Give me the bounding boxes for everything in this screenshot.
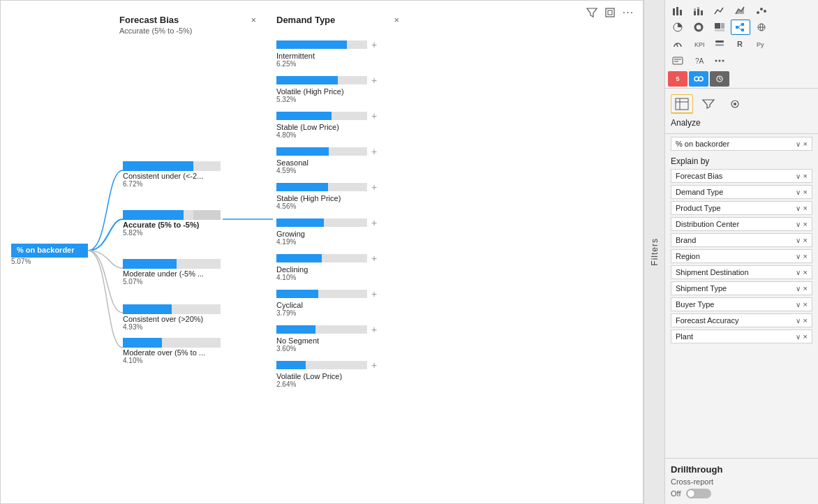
- svg-rect-11: [701, 10, 703, 15]
- toggle-switch[interactable]: [686, 489, 711, 498]
- branch-label-0: Consistent under (<-2...: [123, 172, 221, 180]
- toggle-off-label: Off: [671, 489, 681, 498]
- forecast-bias-close[interactable]: ×: [248, 15, 259, 25]
- icon-decomp-tree[interactable]: [731, 20, 750, 35]
- icon-globe[interactable]: [752, 20, 771, 35]
- branch-node-1[interactable]: Accurate (5% to -5%) 5.82%: [123, 210, 221, 237]
- icon-py-visual[interactable]: Py: [752, 36, 771, 52]
- explain-item-1[interactable]: Demand Type ∨ ×: [671, 185, 812, 199]
- icon-area-chart[interactable]: [731, 3, 750, 18]
- demand-value-8: 3.60%: [276, 345, 409, 353]
- explain-item-2[interactable]: Product Type ∨ ×: [671, 201, 812, 215]
- icon-bar-chart[interactable]: [668, 3, 687, 18]
- demand-scroll[interactable]: + Intermittent 6.25% + Volatile (High Pr…: [276, 39, 409, 486]
- icon-slicer[interactable]: [710, 36, 729, 52]
- demand-plus-1[interactable]: +: [371, 75, 377, 86]
- demand-plus-7[interactable]: +: [371, 288, 377, 299]
- icon-pie-chart[interactable]: [668, 20, 687, 35]
- demand-item-8[interactable]: + No Segment 3.60%: [276, 324, 409, 353]
- svg-rect-6: [680, 10, 682, 15]
- explain-chevron-0: ∨: [796, 172, 801, 180]
- explain-item-10[interactable]: Plant ∨ ×: [671, 329, 812, 343]
- svg-rect-32: [715, 44, 724, 46]
- explain-x-0[interactable]: ×: [803, 172, 808, 180]
- explain-item-4[interactable]: Brand ∨ ×: [671, 233, 812, 247]
- explain-x-10[interactable]: ×: [803, 332, 808, 341]
- icon-line-chart[interactable]: [710, 3, 729, 18]
- demand-plus-9[interactable]: +: [371, 360, 377, 371]
- demand-item-7[interactable]: + Cyclical 3.79%: [276, 288, 409, 317]
- icon-kpi[interactable]: KPI: [689, 36, 708, 52]
- explain-x-3[interactable]: ×: [803, 220, 808, 228]
- demand-item-5[interactable]: + Growing 4.19%: [276, 217, 409, 246]
- demand-label-1: Volatile (High Price): [276, 87, 409, 96]
- more-icon[interactable]: ···: [622, 6, 634, 19]
- analyze-dropdown-text: % on backorder: [676, 140, 796, 148]
- analyze-table-icon[interactable]: [671, 94, 693, 114]
- demand-plus-5[interactable]: +: [371, 217, 377, 228]
- analyze-dropdown-clear[interactable]: ×: [803, 140, 808, 148]
- icon-synoptic[interactable]: [689, 71, 708, 87]
- explain-x-5[interactable]: ×: [803, 252, 808, 260]
- demand-item-0[interactable]: + Intermittent 6.25%: [276, 39, 409, 68]
- icon-gauge[interactable]: [668, 36, 687, 52]
- icon-smart-narrative[interactable]: [668, 53, 687, 68]
- icon-r-visual[interactable]: R: [731, 36, 750, 52]
- demand-label-4: Stable (High Price): [276, 194, 409, 202]
- frame-icon[interactable]: [604, 6, 616, 19]
- branch-node-2[interactable]: Moderate under (-5% ... 5.07%: [123, 259, 221, 286]
- analyze-brush-icon[interactable]: [724, 94, 746, 114]
- icon-html-content[interactable]: 5: [668, 71, 687, 87]
- demand-plus-2[interactable]: +: [371, 110, 377, 121]
- toggle-row: Off: [671, 489, 812, 498]
- demand-item-6[interactable]: + Declining 4.10%: [276, 253, 409, 281]
- demand-item-3[interactable]: + Seasonal 4.59%: [276, 146, 409, 175]
- icon-scatter-chart[interactable]: [752, 3, 771, 18]
- demand-plus-0[interactable]: +: [371, 39, 377, 50]
- explain-x-6[interactable]: ×: [803, 268, 808, 276]
- icon-donut-chart[interactable]: [689, 20, 708, 35]
- icon-stacked-bar[interactable]: [689, 3, 708, 18]
- explain-x-4[interactable]: ×: [803, 236, 808, 244]
- analyze-icon-row: [671, 94, 812, 114]
- explain-chevron-6: ∨: [796, 269, 801, 276]
- explain-x-7[interactable]: ×: [803, 284, 808, 292]
- demand-value-3: 4.59%: [276, 167, 409, 175]
- explain-item-8[interactable]: Buyer Type ∨ ×: [671, 297, 812, 311]
- demand-plus-3[interactable]: +: [371, 146, 377, 157]
- explain-x-1[interactable]: ×: [803, 188, 808, 196]
- svg-point-40: [719, 60, 721, 62]
- icon-qna[interactable]: ?A: [689, 53, 708, 68]
- explain-text-9: Forecast Accuracy: [676, 316, 796, 325]
- explain-text-6: Shipment Destination: [676, 268, 796, 276]
- demand-item-2[interactable]: + Stable (Low Price) 4.80%: [276, 110, 409, 139]
- demand-type-close[interactable]: ×: [391, 15, 402, 25]
- demand-plus-8[interactable]: +: [371, 324, 377, 335]
- icon-treemap[interactable]: [710, 20, 729, 35]
- explain-x-9[interactable]: ×: [803, 316, 808, 325]
- explain-x-2[interactable]: ×: [803, 204, 808, 212]
- demand-item-9[interactable]: + Volatile (Low Price) 2.64%: [276, 360, 409, 388]
- explain-item-9[interactable]: Forecast Accuracy ∨ ×: [671, 313, 812, 327]
- analyze-filter-icon[interactable]: [697, 94, 720, 114]
- branch-node-0[interactable]: Consistent under (<-2... 6.72%: [123, 161, 221, 188]
- svg-rect-18: [715, 23, 720, 29]
- explain-item-5[interactable]: Region ∨ ×: [671, 249, 812, 263]
- explain-item-0[interactable]: Forecast Bias ∨ ×: [671, 169, 812, 183]
- demand-value-5: 4.19%: [276, 238, 409, 246]
- explain-chevron-5: ∨: [796, 253, 801, 260]
- branch-node-3[interactable]: Consistent over (>20%) 4.93%: [123, 304, 221, 331]
- explain-item-6[interactable]: Shipment Destination ∨ ×: [671, 265, 812, 279]
- explain-item-7[interactable]: Shipment Type ∨ ×: [671, 281, 812, 295]
- branch-node-4[interactable]: Moderate over (5% to ... 4.10%: [123, 338, 221, 364]
- explain-x-8[interactable]: ×: [803, 300, 808, 309]
- demand-item-1[interactable]: + Volatile (High Price) 5.32%: [276, 75, 409, 103]
- demand-plus-6[interactable]: +: [371, 253, 377, 264]
- demand-item-4[interactable]: + Stable (High Price) 4.56%: [276, 181, 409, 210]
- demand-plus-4[interactable]: +: [371, 181, 377, 193]
- filter-icon[interactable]: [586, 6, 598, 19]
- explain-item-3[interactable]: Distribution Center ∨ ×: [671, 217, 812, 231]
- analyze-dropdown[interactable]: % on backorder ∨ ×: [671, 137, 812, 151]
- icon-more2[interactable]: [710, 53, 729, 68]
- icon-clock[interactable]: [710, 71, 729, 87]
